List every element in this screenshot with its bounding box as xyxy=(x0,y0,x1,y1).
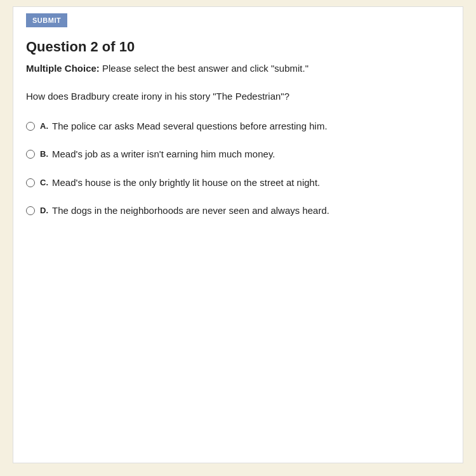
answer-letter-label: B. xyxy=(40,148,48,161)
radio-circle-icon[interactable] xyxy=(26,150,35,159)
instruction-text: Please select the best answer and click … xyxy=(100,63,308,74)
answer-letter-label: C. xyxy=(40,176,48,189)
answer-letter-label: A. xyxy=(40,120,48,133)
radio-button-a[interactable] xyxy=(26,121,35,135)
question-number: Question 2 of 10 xyxy=(26,39,450,55)
radio-circle-icon[interactable] xyxy=(26,122,35,131)
answer-options-list: A.The police car asks Mead several quest… xyxy=(26,119,450,220)
list-item: D.The dogs in the neighborhoods are neve… xyxy=(26,204,450,220)
list-item: B.Mead's job as a writer isn't earning h… xyxy=(26,147,450,163)
radio-button-d[interactable] xyxy=(26,205,35,220)
list-item: A.The police car asks Mead several quest… xyxy=(26,119,450,135)
list-item: C.Mead's house is the only brightly lit … xyxy=(26,176,450,192)
radio-button-c[interactable] xyxy=(26,177,35,192)
answer-letter-label: D. xyxy=(40,204,48,217)
question-text: How does Bradbury create irony in his st… xyxy=(26,89,450,104)
submit-button[interactable]: SUBMIT xyxy=(26,13,67,27)
instruction: Multiple Choice: Please select the best … xyxy=(26,62,450,76)
answer-text: The dogs in the neighborhoods are never … xyxy=(52,204,329,218)
instruction-bold: Multiple Choice: xyxy=(26,63,100,74)
answer-text: The police car asks Mead several questio… xyxy=(52,119,327,134)
answer-text: Mead's house is the only brightly lit ho… xyxy=(52,176,320,190)
answer-text: Mead's job as a writer isn't earning him… xyxy=(52,147,275,162)
radio-circle-icon[interactable] xyxy=(26,206,35,215)
radio-button-b[interactable] xyxy=(26,149,35,163)
radio-circle-icon[interactable] xyxy=(26,178,35,187)
page-container: SUBMIT Question 2 of 10 Multiple Choice:… xyxy=(13,6,463,463)
